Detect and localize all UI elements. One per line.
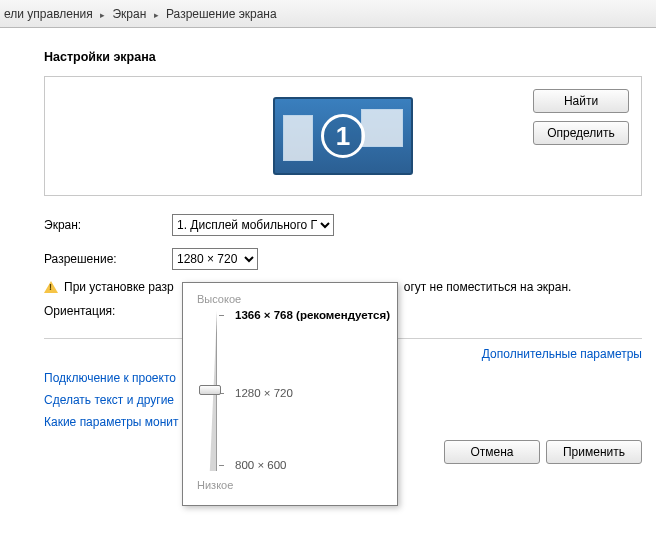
apply-button[interactable]: Применить	[546, 440, 642, 464]
display-select[interactable]: 1. Дисплей мобильного ПК	[172, 214, 334, 236]
slider-thumb[interactable]	[199, 385, 221, 395]
advanced-settings-link[interactable]: Дополнительные параметры	[482, 347, 642, 361]
resolution-label: Разрешение:	[44, 252, 172, 266]
warning-text-right: огут не поместиться на экран.	[404, 280, 572, 294]
resolution-select[interactable]: 1280 × 720	[172, 248, 258, 270]
cancel-button[interactable]: Отмена	[444, 440, 540, 464]
resolution-popup: Высокое 1366 × 768 (рекомендуется)1280 ×…	[182, 282, 398, 506]
find-button[interactable]: Найти	[533, 89, 629, 113]
display-label: Экран:	[44, 218, 172, 232]
monitor-number: 1	[321, 114, 365, 158]
page-title: Настройки экрана	[44, 50, 642, 64]
resolution-option[interactable]: 1366 × 768 (рекомендуется)	[235, 309, 390, 321]
identify-button[interactable]: Определить	[533, 121, 629, 145]
breadcrumb-part[interactable]: Экран	[112, 7, 146, 21]
monitor-icon[interactable]: 1	[273, 97, 413, 175]
resolution-option[interactable]: 1280 × 720	[235, 387, 293, 399]
breadcrumb-part: ели управления	[4, 7, 93, 21]
chevron-right-icon: ▸	[100, 10, 105, 20]
breadcrumb-part[interactable]: Разрешение экрана	[166, 7, 277, 21]
slider-low-label: Низкое	[197, 479, 385, 491]
chevron-right-icon: ▸	[154, 10, 159, 20]
display-preview: 1 Найти Определить	[44, 76, 642, 196]
resolution-slider[interactable]	[197, 311, 225, 473]
warning-text-left: При установке разр	[64, 280, 174, 294]
warning-icon	[44, 281, 58, 293]
slider-high-label: Высокое	[197, 293, 385, 305]
breadcrumb[interactable]: ели управления ▸ Экран ▸ Разрешение экра…	[0, 0, 656, 28]
resolution-option[interactable]: 800 × 600	[235, 459, 286, 471]
orientation-label: Ориентация:	[44, 304, 172, 318]
